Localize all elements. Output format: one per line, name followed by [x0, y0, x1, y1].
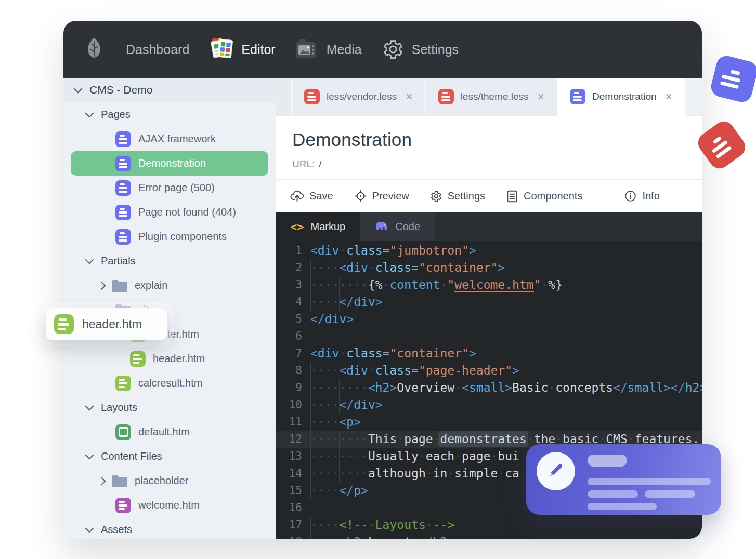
line-number: 4 [276, 294, 310, 311]
nav-settings-label: Settings [412, 42, 459, 57]
line-number: 17 [276, 516, 310, 534]
info-label: Info [642, 190, 659, 202]
code-tab-label: Code [395, 221, 420, 233]
top-nav: Dashboard [63, 21, 702, 78]
code-line[interactable]: 5</div> [276, 311, 702, 328]
tree-folder-explain[interactable]: explain [63, 273, 276, 298]
item-label: Page not found (404) [138, 206, 236, 218]
tab-theme-less[interactable]: less/theme.less × [426, 78, 557, 115]
document-header: Demonstration URL:/ [276, 116, 702, 179]
preview-button[interactable]: Preview [354, 190, 409, 203]
trash-icon [701, 190, 702, 203]
group-label: Content Files [101, 450, 162, 462]
item-label: placeholder [135, 475, 188, 487]
code-line[interactable]: 3········{%·content·"welcome.htm"·%} [276, 276, 702, 294]
chevron-down-icon [85, 524, 94, 533]
leaf-icon [82, 36, 106, 62]
tree-group-pages[interactable]: Pages [63, 102, 276, 127]
tree-item-plugin-components[interactable]: Plugin components [63, 224, 276, 249]
nav-item-dashboard[interactable]: Dashboard [126, 42, 189, 57]
media-camera-icon [295, 39, 319, 60]
tab-code[interactable]: Code [360, 212, 435, 241]
tree-item-calcresult-htm[interactable]: calcresult.htm [63, 371, 276, 395]
preview-target-icon [354, 190, 367, 203]
tab-demonstration[interactable]: Demonstration × [557, 78, 685, 116]
brand-leaf-logo[interactable] [82, 36, 106, 62]
close-icon[interactable]: × [538, 91, 544, 103]
tree-item-ajax-framework[interactable]: AJAX framework [63, 127, 276, 151]
group-label: Partials [101, 255, 136, 267]
skeleton-line [588, 478, 711, 485]
partial-icon [54, 314, 74, 334]
folder-icon [112, 280, 127, 292]
code-line[interactable]: 10····</div> [276, 396, 702, 414]
line-number: 14 [276, 465, 310, 482]
editor-icon [209, 37, 234, 61]
line-number: 1 [276, 242, 310, 259]
tree-item-header-htm[interactable]: header.htm [63, 347, 276, 371]
tree-group-layouts[interactable]: Layouts [63, 395, 276, 420]
tree-group-content-files[interactable]: Content Files [63, 444, 276, 469]
code-line[interactable]: 2····<div·class="container"> [276, 259, 702, 276]
save-button[interactable]: Save [290, 190, 333, 203]
php-elephant-icon [374, 220, 388, 234]
group-label: Assets [101, 524, 132, 536]
tree-item-demonstration-selected[interactable]: Demonstration [71, 151, 268, 176]
code-line[interactable]: 1<div·class="jumbotron"> [276, 242, 702, 259]
close-icon[interactable]: × [666, 91, 672, 103]
item-label: explain [135, 280, 167, 291]
code-line[interactable]: 11····<p> [276, 414, 702, 431]
content-icon [115, 498, 131, 513]
tree-root-cms-demo[interactable]: CMS - Demo [63, 78, 276, 102]
code-line[interactable]: 7<div·class="container"> [276, 345, 702, 362]
code-line[interactable]: 9········<h2>Overview·<small>Basic·conce… [276, 379, 702, 396]
tree-item-page-not-found[interactable]: Page not found (404) [63, 200, 276, 224]
chevron-down-icon [74, 84, 83, 93]
document-toolbar: Save Preview [276, 179, 702, 212]
info-button[interactable]: Info [624, 190, 659, 203]
chevron-right-icon [97, 476, 106, 485]
tree-group-assets[interactable]: Assets [63, 517, 276, 539]
nav-editor-label: Editor [241, 42, 275, 57]
settings-button[interactable]: Settings [430, 190, 485, 203]
tab-markup[interactable]: <> Markup [276, 212, 360, 241]
pencil-badge [537, 452, 575, 490]
partial-icon [115, 376, 131, 391]
tree-item-default-htm[interactable]: default.htm [63, 420, 276, 444]
url-value: / [319, 158, 321, 169]
drag-ghost-label: header.htm [82, 317, 142, 331]
tab-label: Demonstration [592, 91, 657, 102]
nav-item-editor[interactable]: Editor [209, 37, 275, 61]
code-line[interactable]: 8····<div·class="page-header"> [276, 362, 702, 379]
page-icon [115, 156, 131, 171]
code-line[interactable]: 18····<h2>Layouts</h2> [276, 534, 702, 539]
line-number: 8 [276, 362, 310, 379]
tree-group-partials[interactable]: Partials [63, 249, 276, 273]
code-line[interactable]: 6 [276, 328, 702, 345]
page-icon [115, 180, 131, 196]
nav-item-media[interactable]: Media [295, 39, 362, 60]
close-icon[interactable]: × [406, 91, 412, 103]
save-label: Save [309, 190, 333, 202]
skeleton-line [645, 490, 695, 498]
folder-icon [112, 475, 127, 488]
code-line[interactable]: 4····</div> [276, 294, 702, 311]
less-file-icon [304, 89, 320, 104]
item-label: calcresult.htm [138, 377, 202, 389]
tree-item-welcome-htm[interactable]: welcome.htm [63, 493, 276, 517]
code-line[interactable]: 17····<!--·Layouts·--> [276, 516, 702, 534]
tree-item-error-page[interactable]: Error page (500) [63, 176, 276, 200]
drag-ghost-header-htm[interactable]: header.htm [46, 308, 167, 340]
line-number: 3 [276, 276, 310, 294]
chevron-down-icon [85, 256, 94, 264]
line-number: 15 [276, 482, 310, 499]
info-icon [624, 190, 637, 203]
nav-item-settings[interactable]: Settings [382, 38, 459, 61]
tree-folder-placeholder[interactable]: placeholder [63, 469, 276, 493]
delete-button[interactable] [701, 190, 702, 203]
tab-vendor-less[interactable]: less/vendor.less × [292, 78, 426, 115]
chevron-right-icon [97, 281, 106, 290]
line-number: 9 [276, 379, 310, 396]
tab-label: less/vendor.less [327, 91, 397, 102]
components-button[interactable]: Components [506, 190, 582, 203]
